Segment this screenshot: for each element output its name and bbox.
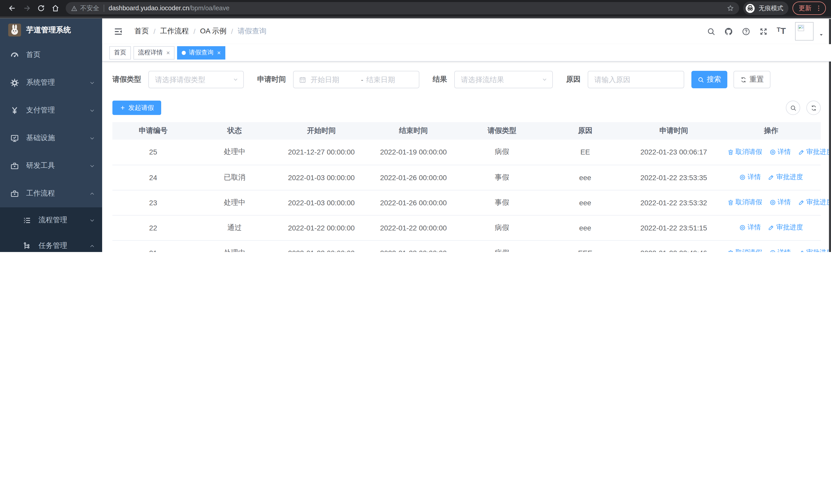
leave-type-select-input[interactable] <box>155 76 237 84</box>
sidebar-item-home[interactable]: 首页 <box>0 41 102 69</box>
cancel-leave-link-label: 取消请假 <box>735 248 762 252</box>
chevron-down-icon <box>89 80 95 85</box>
cancel-leave-link[interactable]: 取消请假 <box>727 248 762 252</box>
cell-status: 通过 <box>194 215 275 240</box>
address-bar[interactable]: 不安全 dashboard.yudao.iocoder.cn/bpm/oa/le… <box>66 2 739 14</box>
browser-back-icon[interactable] <box>5 1 20 16</box>
chevron-down-icon <box>89 217 95 223</box>
approval-progress-link-label: 审批进度 <box>776 173 803 182</box>
column-header: 操作 <box>721 122 821 140</box>
result-select-input[interactable] <box>461 76 546 84</box>
sidebar-item-payment[interactable]: 支付管理 <box>0 96 102 124</box>
cancel-leave-link[interactable]: 取消请假 <box>727 198 762 207</box>
leave-type-select[interactable] <box>148 71 244 88</box>
detail-link[interactable]: 详情 <box>769 198 791 207</box>
table-header-row: 申请编号状态开始时间结束时间请假类型原因申请时间操作 <box>112 122 821 140</box>
view-icon <box>769 199 776 206</box>
sidebar-item-system[interactable]: 系统管理 <box>0 69 102 96</box>
detail-link[interactable]: 详情 <box>769 147 791 156</box>
browser-forward-icon[interactable] <box>20 1 34 16</box>
end-date-input[interactable] <box>366 76 414 84</box>
cell-reason: EEE <box>545 240 626 252</box>
cell-reason: EE <box>545 140 626 165</box>
breadcrumb-item[interactable]: 工作流程 <box>160 27 189 36</box>
reason-input-box[interactable] <box>588 71 684 88</box>
app-logo-row[interactable]: 芋道管理系统 <box>0 19 102 41</box>
cell-actions: 取消请假详情审批进度 <box>721 140 821 165</box>
tab-请假查询[interactable]: 请假查询× <box>177 46 225 59</box>
filter-apply-time: 申请时间 - <box>257 71 419 88</box>
font-size-icon[interactable]: TT <box>777 26 786 36</box>
avatar-caret-icon[interactable] <box>819 32 824 37</box>
cancel-leave-link[interactable]: 取消请假 <box>727 147 762 156</box>
approval-progress-link[interactable]: 审批进度 <box>768 173 803 182</box>
bookmark-star-icon[interactable] <box>727 5 734 12</box>
approval-progress-link[interactable]: 审批进度 <box>798 198 831 207</box>
cell-status: 已取消 <box>194 165 275 190</box>
sidebar-item-task-mgmt[interactable]: 任务管理 <box>0 233 102 252</box>
cell-start-time: 2022-01-22 00:00:00 <box>276 215 368 240</box>
cell-actions: 取消请假详情审批进度 <box>721 240 821 252</box>
detail-link[interactable]: 详情 <box>739 223 761 232</box>
cell-end-time: 2022-01-19 00:00:00 <box>368 140 460 165</box>
sidebar-item-infrastructure[interactable]: 基础设施 <box>0 124 102 152</box>
org-chart-icon <box>23 241 31 250</box>
help-icon[interactable] <box>742 27 751 36</box>
filter-result: 结果 <box>433 71 553 88</box>
refresh-table-icon[interactable] <box>806 100 821 115</box>
browser-menu-icon[interactable] <box>815 5 822 12</box>
create-leave-button[interactable]: 发起请假 <box>112 100 161 115</box>
breadcrumb-item[interactable]: OA 示例 <box>200 27 227 36</box>
apply-time-range-picker[interactable]: - <box>293 71 419 88</box>
column-header: 结束时间 <box>368 122 460 140</box>
github-icon[interactable] <box>724 27 733 36</box>
incognito-badge: 无痕模式 <box>743 2 789 15</box>
sidebar-item-dev-tools[interactable]: 研发工具 <box>0 152 102 180</box>
detail-link[interactable]: 详情 <box>739 173 761 182</box>
reset-button[interactable]: 重置 <box>734 71 770 88</box>
approval-progress-link-label: 审批进度 <box>806 248 831 252</box>
search-button[interactable]: 搜索 <box>691 71 727 88</box>
edit-icon <box>768 224 775 231</box>
tab-首页[interactable]: 首页 <box>109 46 131 59</box>
sidebar-collapse-icon[interactable] <box>109 26 128 36</box>
sidebar-item-workflow[interactable]: 工作流程 <box>0 180 102 207</box>
tab-close-icon[interactable]: × <box>166 49 170 56</box>
browser-reload-icon[interactable] <box>34 1 48 16</box>
cell-leave-type: 事假 <box>459 190 544 215</box>
result-select[interactable] <box>454 71 553 88</box>
sidebar-item-label: 流程管理 <box>38 215 67 225</box>
approval-progress-link[interactable]: 审批进度 <box>798 248 831 252</box>
cell-id: 25 <box>112 140 194 165</box>
table-row: 21处理中2022-01-22 00:00:002022-01-23 00:00… <box>112 240 821 252</box>
detail-link[interactable]: 详情 <box>769 248 791 252</box>
start-date-input[interactable] <box>311 76 358 84</box>
edit-icon <box>798 199 805 206</box>
header-search-icon[interactable] <box>707 27 716 36</box>
delete-icon <box>727 199 734 206</box>
reason-input[interactable] <box>594 76 678 84</box>
user-avatar[interactable] <box>795 22 813 40</box>
toolbox-icon <box>10 161 19 170</box>
cell-leave-type: 病假 <box>459 240 544 252</box>
monitor-icon <box>10 134 19 142</box>
url-divider <box>104 5 104 12</box>
edit-icon <box>798 149 805 155</box>
chevron-up-icon <box>89 191 95 196</box>
chevron-down-icon <box>542 77 548 83</box>
tab-close-icon[interactable]: × <box>217 49 221 56</box>
breadcrumb-item[interactable]: 首页 <box>135 27 149 36</box>
browser-home-icon[interactable] <box>48 1 63 16</box>
fullscreen-icon[interactable] <box>760 27 768 36</box>
apply-time-label: 申请时间 <box>257 75 286 84</box>
table-row: 24已取消2022-01-03 00:00:002022-01-26 00:00… <box>112 165 821 190</box>
edit-icon <box>798 249 805 252</box>
tab-label: 首页 <box>114 48 126 57</box>
toggle-search-icon[interactable] <box>786 100 800 115</box>
chevron-down-icon <box>232 77 239 83</box>
browser-update-button[interactable]: 更新 <box>793 2 826 15</box>
tab-流程详情[interactable]: 流程详情× <box>134 46 174 59</box>
approval-progress-link[interactable]: 审批进度 <box>798 147 831 156</box>
sidebar-item-process-mgmt[interactable]: 流程管理 <box>0 207 102 233</box>
approval-progress-link[interactable]: 审批进度 <box>768 223 803 232</box>
